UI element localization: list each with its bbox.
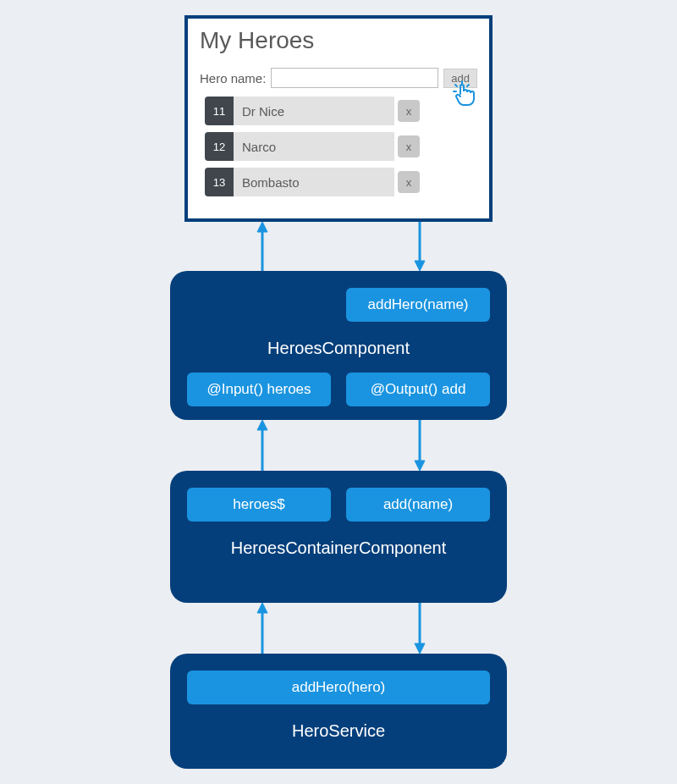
svg-line-1 bbox=[455, 85, 457, 86]
hero-name-label: Hero name: bbox=[200, 71, 266, 86]
method-chip: add(name) bbox=[346, 488, 490, 522]
service-title: HeroService bbox=[170, 721, 507, 741]
list-item[interactable]: 12 Narco x bbox=[205, 132, 477, 161]
ui-mock-panel: My Heroes Hero name: add 11 Dr Nice x 12… bbox=[184, 15, 493, 222]
panel-title: My Heroes bbox=[200, 27, 477, 54]
arrow-down-icon bbox=[411, 420, 428, 471]
pointer-click-icon bbox=[452, 80, 477, 112]
hero-id-badge: 13 bbox=[205, 168, 234, 196]
hero-id-badge: 12 bbox=[205, 132, 234, 161]
svg-marker-13 bbox=[257, 603, 267, 613]
list-item[interactable]: 13 Bombasto x bbox=[205, 168, 477, 196]
hero-name-input[interactable] bbox=[271, 68, 438, 88]
delete-button[interactable]: x bbox=[398, 100, 420, 122]
hero-list: 11 Dr Nice x 12 Narco x 13 Bombasto x bbox=[200, 97, 477, 196]
arrow-up-icon bbox=[254, 420, 271, 471]
diagram-canvas: My Heroes Hero name: add 11 Dr Nice x 12… bbox=[0, 0, 677, 784]
heroes-component-box: addHero(name) HeroesComponent @Input() h… bbox=[170, 271, 507, 420]
svg-marker-11 bbox=[415, 461, 425, 471]
arrow-up-icon bbox=[254, 222, 271, 271]
method-chip: addHero(hero) bbox=[187, 671, 490, 704]
arrow-down-icon bbox=[411, 603, 428, 654]
list-item[interactable]: 11 Dr Nice x bbox=[205, 97, 477, 125]
hero-form-row: Hero name: add bbox=[200, 68, 477, 88]
hero-name-text: Bombasto bbox=[234, 168, 394, 196]
component-title: HeroesComponent bbox=[170, 339, 507, 358]
input-decorator-chip: @Input() heroes bbox=[187, 373, 331, 406]
component-title: HeroesContainerComponent bbox=[170, 538, 507, 558]
svg-marker-9 bbox=[257, 420, 267, 430]
method-chip: addHero(name) bbox=[346, 288, 490, 322]
delete-button[interactable]: x bbox=[398, 171, 420, 193]
arrow-down-icon bbox=[411, 222, 428, 271]
svg-marker-7 bbox=[415, 261, 425, 271]
svg-marker-5 bbox=[257, 222, 267, 232]
delete-button[interactable]: x bbox=[398, 135, 420, 157]
hero-name-text: Narco bbox=[234, 132, 394, 161]
container-component-box: heroes$ add(name) HeroesContainerCompone… bbox=[170, 471, 507, 603]
hero-service-box: addHero(hero) HeroService bbox=[170, 654, 507, 769]
arrow-up-icon bbox=[254, 603, 271, 654]
hero-id-badge: 11 bbox=[205, 97, 234, 125]
svg-marker-15 bbox=[415, 643, 425, 654]
hero-name-text: Dr Nice bbox=[234, 97, 394, 125]
output-decorator-chip: @Output() add bbox=[346, 373, 490, 406]
svg-line-2 bbox=[467, 85, 469, 86]
observable-chip: heroes$ bbox=[187, 488, 331, 522]
